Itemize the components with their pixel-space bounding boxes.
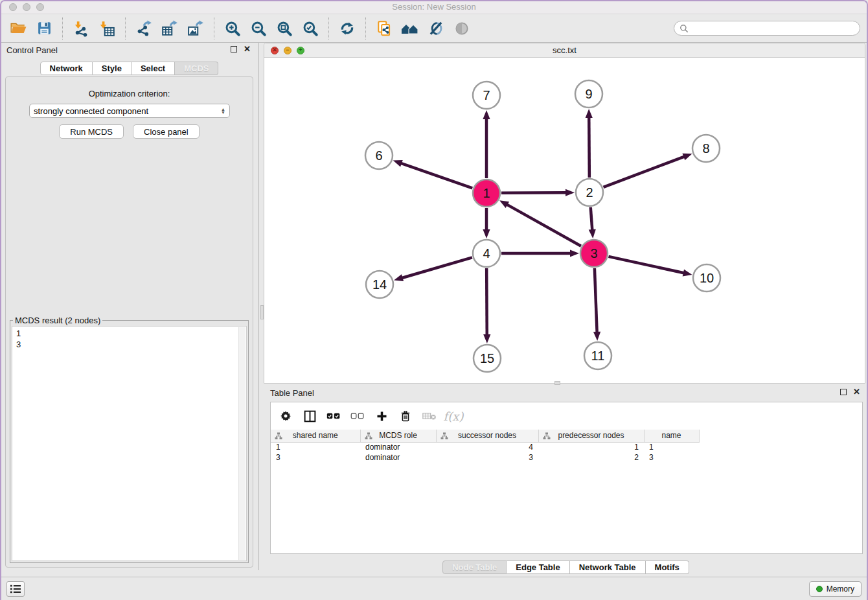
graph-edge[interactable] [593, 268, 600, 341]
navigator-eye-button[interactable] [449, 16, 475, 41]
memory-status-icon [816, 586, 823, 592]
graph-edge[interactable] [589, 207, 596, 238]
table-cell[interactable]: 1 [271, 442, 360, 452]
graph-edge[interactable] [394, 257, 472, 281]
graphics-details-button[interactable] [423, 16, 449, 41]
graph-edge[interactable] [499, 200, 581, 246]
graph-node[interactable]: 4 [473, 240, 500, 267]
import-network-button[interactable] [68, 16, 94, 41]
graph-edge[interactable] [501, 189, 575, 196]
close-panel-icon[interactable]: ✕ [853, 389, 860, 395]
first-neighbors-button[interactable] [397, 16, 423, 41]
add-column-button[interactable] [374, 409, 389, 423]
save-session-button[interactable] [31, 16, 57, 41]
table-cell[interactable]: 1 [644, 442, 699, 452]
zoom-selected-button[interactable] [297, 16, 323, 41]
graph-node-label: 8 [702, 141, 709, 156]
check-all-button[interactable] [326, 409, 341, 423]
graph-node[interactable]: 9 [575, 80, 602, 108]
delete-column-button[interactable] [398, 409, 413, 423]
task-history-button[interactable] [6, 581, 25, 597]
graph-node[interactable]: 15 [474, 345, 501, 372]
open-session-button[interactable] [5, 16, 31, 41]
table-cell[interactable]: dominator [360, 452, 436, 463]
optimization-criterion-label: Optimization criterion: [6, 89, 253, 98]
table-cell[interactable]: 4 [436, 442, 538, 452]
column-header-successor-nodes[interactable]: successor nodes [436, 430, 538, 442]
column-header-mcds-role[interactable]: MCDS role [360, 430, 436, 442]
export-image-button[interactable] [183, 16, 209, 41]
control-panel-title: Control Panel [6, 45, 58, 55]
import-table-button[interactable] [94, 16, 120, 41]
export-table-button[interactable] [157, 16, 183, 41]
delete-table-button[interactable] [422, 409, 437, 423]
close-panel-button[interactable]: Close panel [133, 124, 200, 139]
network-view-titlebar[interactable]: ✕ − + scc.txt [264, 43, 865, 58]
graph-node[interactable]: 1 [473, 179, 500, 207]
zoom-fit-button[interactable] [271, 16, 297, 41]
table-cell[interactable]: 1 [538, 442, 644, 452]
toolbar-separator [125, 17, 126, 40]
graph-edge[interactable] [586, 109, 593, 178]
export-network-button[interactable] [131, 16, 157, 41]
table-cell[interactable]: 2 [538, 452, 644, 463]
tab-edge-table[interactable]: Edge Table [507, 560, 569, 574]
tab-network-table[interactable]: Network Table [570, 560, 646, 574]
mcds-result-item: 3 [12, 339, 246, 350]
tab-motifs[interactable]: Motifs [646, 560, 689, 574]
close-panel-icon[interactable]: ✕ [244, 46, 251, 52]
graph-node[interactable]: 3 [580, 240, 608, 267]
graph-node[interactable]: 8 [692, 135, 720, 162]
graph-edge[interactable] [483, 208, 490, 238]
graph-node[interactable]: 7 [473, 82, 500, 109]
graph-edge[interactable] [501, 249, 579, 257]
table-cell[interactable]: dominator [360, 442, 436, 452]
table-cell[interactable]: 3 [644, 452, 699, 463]
column-header-predecessor-nodes[interactable]: predecessor nodes [538, 430, 644, 442]
graph-node[interactable]: 11 [584, 342, 611, 369]
graph-node[interactable]: 10 [693, 264, 720, 292]
toolbar-separator [328, 17, 329, 40]
clone-network-button[interactable] [371, 16, 397, 41]
uncheck-all-button[interactable] [350, 409, 365, 423]
table-cell[interactable]: 3 [271, 452, 360, 463]
graph-edge[interactable] [608, 257, 692, 277]
graph-edge[interactable] [393, 160, 473, 188]
tab-style[interactable]: Style [93, 62, 131, 75]
function-builder-button[interactable]: f(x) [446, 409, 461, 423]
tab-node-table[interactable]: Node Table [442, 560, 507, 574]
node-table-container: f(x) shared name MCDS role suc [270, 402, 863, 554]
tab-mcds[interactable]: MCDS [175, 62, 218, 75]
table-panel-tabs: Node Table Edge Table Network Table Moti… [264, 560, 868, 574]
tab-select[interactable]: Select [131, 62, 175, 75]
float-panel-icon[interactable] [840, 389, 847, 395]
split-columns-button[interactable] [303, 409, 317, 423]
search-icon [680, 24, 689, 33]
graph-edge[interactable] [604, 154, 692, 187]
zoom-in-button[interactable] [220, 16, 246, 41]
graph-node[interactable]: 6 [365, 142, 393, 169]
export-image-icon [187, 20, 204, 37]
zoom-out-button[interactable] [246, 16, 271, 41]
trash-icon [399, 410, 412, 423]
search-input[interactable] [692, 24, 854, 33]
run-mcds-button[interactable]: Run MCDS [59, 124, 124, 139]
graph-node[interactable]: 2 [576, 179, 603, 206]
memory-button[interactable]: Memory [809, 581, 862, 597]
graph-node[interactable]: 14 [366, 271, 393, 298]
mcds-result-list[interactable]: 1 3 [12, 326, 247, 561]
column-header-name[interactable]: name [644, 430, 699, 442]
panel-splitter-handle[interactable] [260, 305, 264, 319]
gear-button[interactable] [279, 409, 293, 423]
refresh-button[interactable] [334, 16, 360, 41]
graph-edge[interactable] [483, 268, 490, 343]
float-panel-icon[interactable] [231, 46, 237, 52]
graph-edge[interactable] [483, 110, 490, 178]
scrollbar[interactable] [238, 327, 246, 560]
network-canvas-svg[interactable]: 7968124314101511 [264, 58, 865, 383]
optimization-criterion-select[interactable]: strongly connected component ▲▼ [29, 104, 230, 118]
column-header-shared-name[interactable]: shared name [271, 430, 360, 442]
panel-splitter-handle[interactable] [554, 381, 560, 385]
tab-network[interactable]: Network [40, 62, 93, 75]
table-cell[interactable]: 3 [436, 452, 538, 463]
